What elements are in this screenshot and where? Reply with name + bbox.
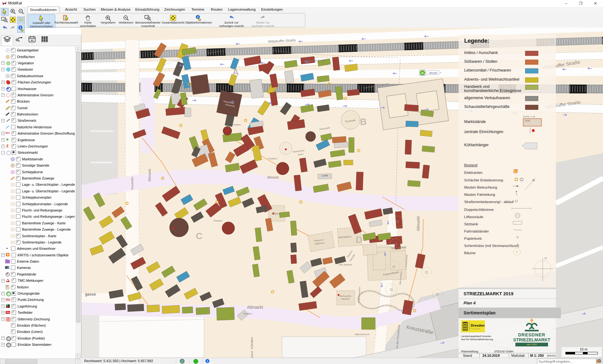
- layer-checkbox[interactable]: ✓: [16, 163, 20, 168]
- expand-icon[interactable]: +: [1, 317, 5, 321]
- layer-row-marktstaende[interactable]: ✓Marktstaende: [0, 156, 75, 162]
- market-stand[interactable]: [284, 70, 294, 83]
- layer-row-flucht-und-rettungswege-legende[interactable]: Flucht- und Rettungswege - Legende: [0, 213, 75, 220]
- tree-scrollbar[interactable]: ˄ ˅: [75, 47, 80, 358]
- sidebar-tab-table[interactable]: [39, 35, 50, 45]
- ribbon-button-undo[interactable]: Zurück zurvorherigen Ansicht: [218, 14, 245, 27]
- market-stand[interactable]: [147, 305, 160, 312]
- market-stand[interactable]: [334, 142, 348, 148]
- expand-icon[interactable]: +: [1, 132, 5, 135]
- market-stand[interactable]: [395, 211, 403, 228]
- ribbon-button-zoomout[interactable]: Verkleinern: [117, 14, 135, 27]
- expand-icon[interactable]: +: [1, 298, 5, 302]
- layer-row-schleppkurvenplan[interactable]: Schleppkurvenplan: [0, 194, 75, 201]
- layer-checkbox[interactable]: [11, 246, 15, 251]
- layer-checkbox[interactable]: [12, 87, 16, 91]
- layer-row-punkt-zeichnung[interactable]: +Abc✓Punkt-Zeichnung: [0, 297, 75, 303]
- layer-checkbox[interactable]: ✓: [12, 80, 16, 84]
- menu-tab-messen-analyse[interactable]: Messen & Analyse: [100, 7, 131, 12]
- market-stand[interactable]: [249, 79, 264, 99]
- layer-checkbox[interactable]: [12, 253, 16, 257]
- layer-checkbox[interactable]: [16, 195, 20, 200]
- layer-checkbox[interactable]: ✓: [11, 285, 15, 289]
- market-stand[interactable]: [291, 254, 297, 264]
- layer-row-gebäudeumrisse[interactable]: ✓Gebäudeumrisse: [0, 73, 75, 79]
- layer-checkbox[interactable]: ✓: [12, 317, 16, 321]
- sidebar-tab-layers[interactable]: [1, 35, 13, 46]
- market-stand[interactable]: [332, 57, 340, 71]
- layer-row-veranstaltungsorte[interactable]: ★✓Veranstaltungsorte: [0, 348, 75, 349]
- market-stand[interactable]: [405, 140, 412, 155]
- menu-tab-routen[interactable]: Routen: [209, 7, 225, 12]
- ribbon-button-zoomin[interactable]: Vergrößern: [99, 14, 117, 27]
- menu-tab-einsatzf-hrung[interactable]: Einsatzführung: [134, 7, 161, 12]
- expand-icon[interactable]: +: [1, 253, 5, 257]
- layer-row-striezelmarkt[interactable]: -Striezelmarkt: [0, 149, 75, 156]
- layer-checkbox[interactable]: ✓: [16, 157, 20, 161]
- collapse-icon[interactable]: -: [1, 151, 5, 154]
- layer-checkbox[interactable]: ✓: [11, 55, 15, 59]
- market-stand[interactable]: [361, 318, 375, 329]
- market-stand[interactable]: [162, 305, 180, 314]
- layer-row-einsätze-punkte-[interactable]: +✓Einsätze (Punkte): [0, 335, 75, 341]
- sidebar-tab-calendar[interactable]: 31: [26, 35, 38, 45]
- layer-row-sonstige-staende[interactable]: ✓Sonstige Staende: [0, 162, 75, 169]
- menu-tab-ansicht[interactable]: Ansicht: [63, 7, 79, 12]
- layer-checkbox[interactable]: ✓: [12, 310, 16, 315]
- layer-checkbox[interactable]: [16, 214, 20, 219]
- ribbon-button-cursor[interactable]: Auswahl oderKarteverschieben: [28, 14, 55, 28]
- market-stand[interactable]: [347, 89, 360, 96]
- scroll-left-button[interactable]: ‹: [0, 359, 5, 364]
- market-stand[interactable]: [422, 146, 435, 152]
- market-stand[interactable]: [407, 180, 420, 187]
- market-stand[interactable]: [115, 303, 126, 310]
- layer-checkbox[interactable]: ✓: [12, 304, 16, 308]
- market-stand[interactable]: [344, 160, 353, 165]
- market-stand[interactable]: [356, 172, 363, 190]
- scroll-right-button[interactable]: ›: [75, 359, 80, 364]
- tool-overview-button[interactable]: [9, 17, 17, 24]
- layer-row-natürliche-hindernisse[interactable]: Natürliche Hindernisse: [0, 124, 75, 130]
- layer-row-kritis-schützenswerte-objekte[interactable]: +KRITIS / schützenswerte Objekte: [0, 252, 75, 258]
- layer-checkbox[interactable]: ✓: [12, 144, 16, 148]
- market-stand[interactable]: [196, 307, 210, 315]
- close-button[interactable]: ✕: [589, 0, 602, 7]
- market-stand[interactable]: [190, 74, 210, 95]
- layer-checkbox[interactable]: ✓: [16, 170, 20, 174]
- layer-checkbox[interactable]: ✓: [12, 67, 16, 72]
- sidebar-hscrollbar[interactable]: ‹ ›: [0, 358, 81, 364]
- search-map-button[interactable]: [596, 358, 602, 364]
- menu-tab-suchen[interactable]: Suchen: [82, 7, 97, 12]
- layer-row-ergebnisse[interactable]: +❀✓Ergebnisse: [0, 136, 75, 143]
- layer-checkbox[interactable]: ✓: [11, 99, 15, 104]
- market-stand[interactable]: [420, 130, 432, 137]
- ribbon-button-hand[interactable]: Karteverschieben: [79, 14, 97, 27]
- restore-button[interactable]: ❐: [574, 0, 588, 7]
- menu-tab-lagenverwaltung[interactable]: Lagenverwaltung: [227, 7, 257, 12]
- layer-checkbox[interactable]: ✓: [11, 323, 15, 328]
- menu-tab-termine[interactable]: Termine: [189, 7, 207, 12]
- expand-icon[interactable]: +: [1, 304, 5, 308]
- layer-row-ortsflächen[interactable]: ✓Ortsflächen: [0, 53, 75, 60]
- sidebar-tab-route[interactable]: [14, 35, 25, 45]
- ribbon-button-zoomrect[interactable]: BenutzerdefinierterAusschnitt: [133, 14, 162, 27]
- market-stand[interactable]: [349, 137, 354, 153]
- layer-row-lage-u-übersichtsplan-legende[interactable]: Lage- u. Übersichtsplan - Legende: [0, 181, 75, 188]
- expand-icon[interactable]: +: [1, 279, 5, 282]
- layer-row-lageführung[interactable]: +✓Lageführung: [0, 303, 75, 309]
- market-stand[interactable]: [422, 165, 430, 179]
- gps-globe-icon[interactable]: [180, 359, 185, 364]
- layer-checkbox[interactable]: ✓: [16, 234, 20, 238]
- layer-row-barrierefreie-zuwege[interactable]: ✓Barrierefreie Zuwege: [0, 175, 75, 181]
- layer-row-straßennetz[interactable]: +✓Straßennetz: [0, 117, 75, 124]
- layer-checkbox[interactable]: ✓: [12, 93, 16, 97]
- expand-icon[interactable]: +: [1, 61, 5, 65]
- info-status-icon[interactable]: i: [205, 359, 209, 363]
- market-stand[interactable]: [406, 162, 420, 169]
- layer-row-gitternetz-zeichnung[interactable]: +✓Gitternetz-Zeichnung: [0, 316, 75, 322]
- layer-checkbox[interactable]: [16, 221, 20, 225]
- layer-checkbox[interactable]: [11, 125, 15, 129]
- scroll-down-button[interactable]: ˅: [75, 353, 80, 358]
- expand-icon[interactable]: +: [1, 87, 5, 90]
- layer-checkbox[interactable]: [12, 342, 16, 347]
